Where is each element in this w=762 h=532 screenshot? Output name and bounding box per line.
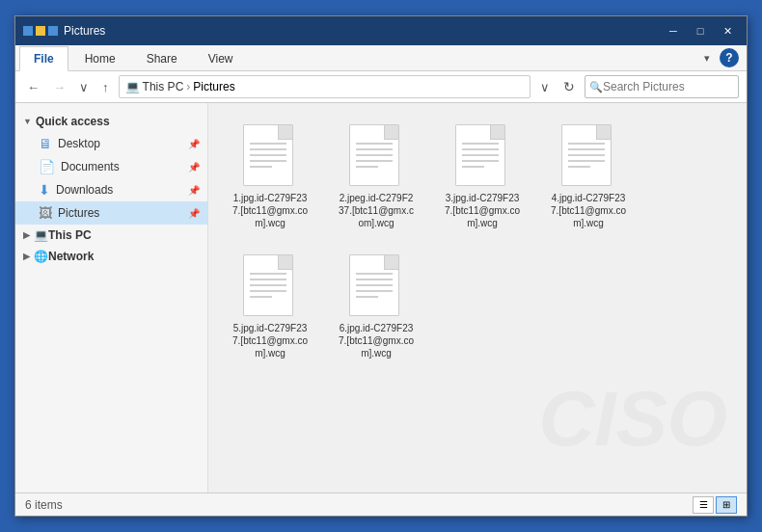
thispc-label: This PC — [48, 228, 92, 242]
quick-access-label: Quick access — [36, 115, 110, 128]
status-bar: 6 items ☰ ⊞ — [15, 492, 747, 516]
file-name-0: 1.jpg.id-C279F23 7.[btc11@gmx.co m].wcg — [232, 192, 308, 229]
file-name-1: 2.jpeg.id-C279F2 37.[btc11@gmx.c om].wcg — [339, 192, 414, 229]
pictures-icon: 🖼 — [39, 205, 52, 221]
file-name-2: 3.jpg.id-C279F23 7.[btc11@gmx.co m].wcg — [445, 192, 520, 229]
title-icon-square2 — [36, 26, 45, 36]
help-button[interactable]: ? — [720, 48, 739, 67]
ribbon-tabs: File Home Share View — [15, 45, 254, 70]
title-icon — [23, 26, 58, 36]
back-button[interactable]: ← — [23, 78, 43, 96]
file-item-0[interactable]: 1.jpg.id-C279F23 7.[btc11@gmx.co m].wcg — [222, 117, 318, 237]
path-dropdown-button[interactable]: ∨ — [536, 78, 554, 96]
sidebar-label-desktop: Desktop — [58, 137, 100, 150]
file-item-2[interactable]: 3.jpg.id-C279F23 7.[btc11@gmx.co m].wcg — [434, 117, 531, 237]
path-separator-1: › — [186, 80, 190, 93]
title-icon-square1 — [23, 26, 33, 36]
pin-icon-pictures: 📌 — [188, 208, 200, 219]
sidebar-item-documents[interactable]: 📄 Documents 📌 — [15, 155, 207, 178]
file-explorer-window: Pictures ─ □ ✕ File Home Share View ▾ ? … — [14, 15, 748, 517]
pin-icon-desktop: 📌 — [188, 139, 200, 149]
path-thispc: 💻 This PC — [125, 80, 184, 93]
thispc-header[interactable]: ▶ 💻 This PC — [15, 225, 207, 246]
address-bar: ← → ∨ ↑ 💻 This PC › Pictures ∨ ↻ 🔍 — [15, 71, 747, 103]
view-toggle-buttons: ☰ ⊞ — [693, 496, 737, 514]
desktop-icon: 🖥 — [39, 136, 52, 151]
file-icon-0 — [243, 124, 297, 188]
ribbon-right: ▾ ? — [693, 46, 747, 69]
file-item-1[interactable]: 2.jpeg.id-C279F2 37.[btc11@gmx.c om].wcg — [328, 117, 424, 237]
refresh-button[interactable]: ↻ — [559, 77, 579, 96]
quick-access-header[interactable]: ▼ Quick access — [15, 111, 207, 132]
search-box[interactable]: 🔍 — [585, 75, 739, 98]
files-grid: 1.jpg.id-C279F23 7.[btc11@gmx.co m].wcg2… — [218, 113, 737, 371]
item-count: 6 items — [25, 498, 63, 512]
sidebar-label-documents: Documents — [61, 160, 120, 173]
tab-share[interactable]: Share — [132, 46, 192, 71]
file-icon-5 — [349, 254, 403, 318]
file-name-3: 4.jpg.id-C279F23 7.[btc11@gmx.co m].wcg — [551, 192, 626, 229]
window-title: Pictures — [64, 24, 105, 38]
sidebar-label-pictures: Pictures — [58, 206, 99, 220]
forward-button[interactable]: → — [49, 78, 69, 96]
thispc-icon: 💻 — [34, 228, 48, 242]
sidebar-item-pictures[interactable]: 🖼 Pictures 📌 — [15, 201, 207, 225]
list-view-button[interactable]: ☰ — [693, 496, 714, 514]
file-icon-1 — [349, 124, 403, 188]
minimize-button[interactable]: ─ — [662, 22, 685, 40]
tab-file[interactable]: File — [19, 46, 68, 71]
network-icon: 🌐 — [34, 250, 48, 263]
sidebar-label-downloads: Downloads — [56, 183, 113, 197]
documents-icon: 📄 — [39, 159, 55, 174]
ribbon-chevron[interactable]: ▾ — [700, 50, 714, 66]
file-name-4: 5.jpg.id-C279F23 7.[btc11@gmx.co m].wcg — [232, 322, 308, 359]
pin-icon-downloads: 📌 — [188, 185, 200, 196]
title-bar: Pictures ─ □ ✕ — [15, 16, 747, 45]
thispc-chevron: ▶ — [23, 230, 30, 240]
sidebar-item-desktop[interactable]: 🖥 Desktop 📌 — [15, 132, 207, 155]
tab-view[interactable]: View — [194, 46, 248, 71]
title-bar-controls: ─ □ ✕ — [662, 22, 739, 40]
file-item-3[interactable]: 4.jpg.id-C279F23 7.[btc11@gmx.co m].wcg — [540, 117, 637, 237]
address-path[interactable]: 💻 This PC › Pictures — [119, 75, 531, 98]
search-input[interactable] — [603, 80, 728, 93]
sidebar-item-downloads[interactable]: ⬇ Downloads 📌 — [15, 178, 207, 201]
sidebar: ▼ Quick access 🖥 Desktop 📌 📄 Documents 📌… — [15, 103, 208, 492]
tab-home[interactable]: Home — [70, 46, 130, 71]
up-button[interactable]: ↑ — [98, 78, 113, 96]
main-area: ▼ Quick access 🖥 Desktop 📌 📄 Documents 📌… — [15, 103, 747, 492]
title-icon-square3 — [48, 26, 58, 36]
file-icon-2 — [455, 124, 509, 188]
ribbon-top-row: File Home Share View ▾ ? — [15, 45, 747, 70]
maximize-button[interactable]: □ — [689, 22, 712, 40]
pin-icon-documents: 📌 — [188, 162, 200, 173]
ribbon: File Home Share View ▾ ? — [15, 45, 747, 71]
close-button[interactable]: ✕ — [716, 22, 739, 40]
file-icon-4 — [243, 254, 297, 318]
network-chevron: ▶ — [23, 252, 30, 261]
network-header[interactable]: ▶ 🌐 Network — [15, 246, 207, 267]
file-name-5: 6.jpg.id-C279F23 7.[btc11@gmx.co m].wcg — [339, 322, 414, 359]
title-bar-left: Pictures — [23, 24, 105, 38]
large-icons-view-button[interactable]: ⊞ — [716, 496, 737, 514]
recent-locations-button[interactable]: ∨ — [75, 78, 93, 96]
file-item-5[interactable]: 6.jpg.id-C279F23 7.[btc11@gmx.co m].wcg — [328, 247, 424, 367]
file-icon-3 — [561, 124, 615, 188]
path-pictures: Pictures — [193, 80, 234, 93]
content-area: CISO 1.jpg.id-C279F23 7.[btc11@gmx.co m]… — [208, 103, 747, 492]
network-label: Network — [48, 250, 94, 263]
watermark: CISO — [538, 375, 727, 464]
search-icon: 🔍 — [589, 81, 603, 93]
quick-access-chevron: ▼ — [23, 117, 32, 126]
file-item-4[interactable]: 5.jpg.id-C279F23 7.[btc11@gmx.co m].wcg — [222, 247, 318, 367]
downloads-icon: ⬇ — [39, 182, 50, 198]
